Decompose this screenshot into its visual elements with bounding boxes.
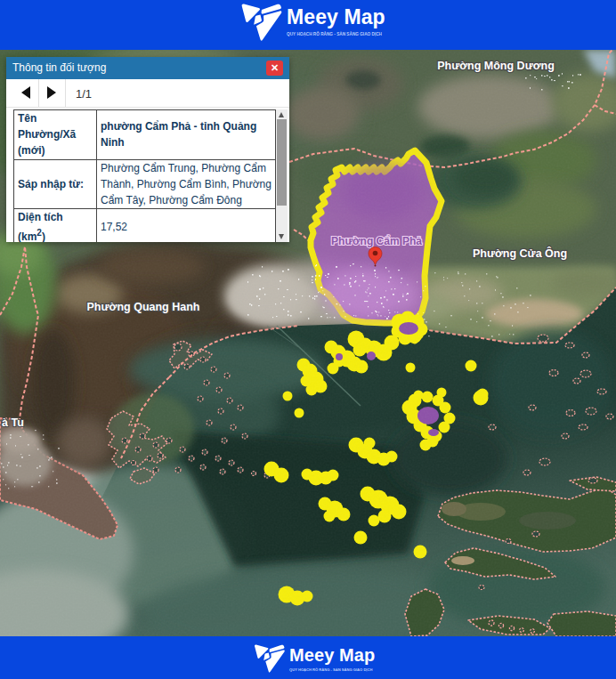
svg-text:à Tu: à Tu bbox=[2, 416, 24, 429]
svg-text:Phường Mông Dương: Phường Mông Dương bbox=[437, 60, 555, 72]
svg-text:Phường Quang Hanh: Phường Quang Hanh bbox=[87, 301, 200, 313]
svg-text:Phường Cẩm Phả: Phường Cẩm Phả bbox=[331, 235, 422, 247]
svg-text:Phường Cửa Ông: Phường Cửa Ông bbox=[473, 247, 567, 260]
